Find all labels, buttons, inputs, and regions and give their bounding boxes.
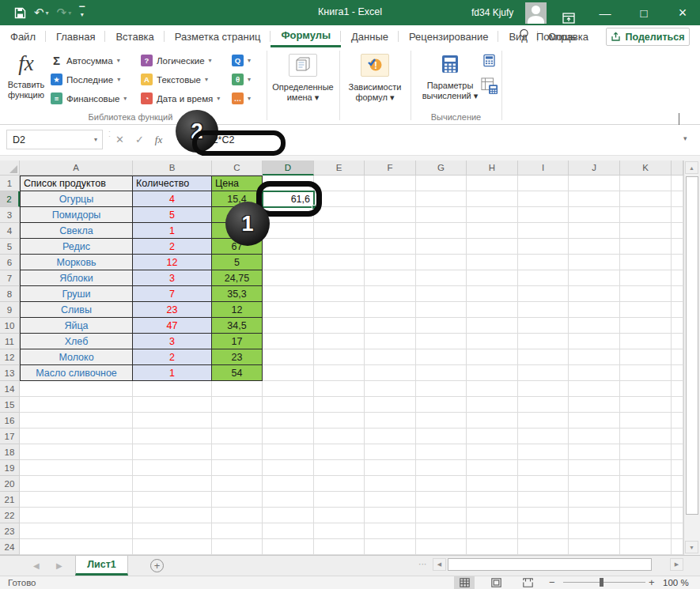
row-header-4[interactable]: 4 [0, 223, 20, 239]
row-header-17[interactable]: 17 [0, 429, 20, 444]
cell-B6[interactable]: 12 [133, 255, 212, 270]
cell-H19[interactable] [467, 460, 518, 476]
cell-I12[interactable] [518, 349, 569, 365]
cell-F18[interactable] [365, 444, 416, 460]
cell-D14[interactable] [263, 381, 314, 397]
cell-A11[interactable]: Хлеб [20, 334, 133, 349]
cell-A14[interactable] [20, 381, 133, 397]
cell-G6[interactable] [416, 255, 467, 270]
vertical-scrollbar[interactable]: ▲ ▼ [683, 160, 700, 555]
tab-Вставка[interactable]: Вставка [105, 25, 164, 47]
cell-B1[interactable]: Количество [133, 176, 212, 191]
cell-D24[interactable] [263, 539, 314, 555]
cell-J14[interactable] [569, 381, 620, 397]
cell-K8[interactable] [620, 286, 672, 302]
cell-J16[interactable] [569, 413, 620, 429]
cell-E5[interactable] [314, 239, 365, 255]
cell-B21[interactable] [133, 492, 212, 508]
cell-J18[interactable] [569, 444, 620, 460]
cell-A17[interactable] [20, 429, 133, 444]
cell-A16[interactable] [20, 413, 133, 429]
cell-J17[interactable] [569, 429, 620, 444]
cell-A7[interactable]: Яблоки [20, 270, 133, 286]
cell-D17[interactable] [263, 429, 314, 444]
row-header-12[interactable]: 12 [0, 349, 20, 365]
cell-A10[interactable]: Яйца [20, 318, 133, 334]
cell-G10[interactable] [416, 318, 467, 334]
cell-E19[interactable] [314, 460, 365, 476]
cell-H17[interactable] [467, 429, 518, 444]
formula-auditing-button[interactable]: ! Зависимости формул ▾ [342, 54, 408, 103]
cell-I10[interactable] [518, 318, 569, 334]
cell-J7[interactable] [569, 270, 620, 286]
cell-I23[interactable] [518, 523, 569, 539]
cell-F21[interactable] [365, 492, 416, 508]
cell-J5[interactable] [569, 239, 620, 255]
row-header-10[interactable]: 10 [0, 318, 20, 334]
cell-H5[interactable] [467, 239, 518, 255]
cell-A6[interactable]: Морковь [20, 255, 133, 270]
zoom-out-button[interactable]: − [549, 576, 555, 588]
cell-D23[interactable] [263, 523, 314, 539]
cell-C7[interactable]: 24,75 [212, 270, 263, 286]
cell-F17[interactable] [365, 429, 416, 444]
maximize-button[interactable]: □ [630, 0, 657, 25]
row-header-15[interactable]: 15 [0, 397, 20, 413]
cell-E11[interactable] [314, 334, 365, 349]
column-header-K[interactable]: K [620, 160, 672, 176]
cell-D7[interactable] [263, 270, 314, 286]
cell-C13[interactable]: 54 [212, 365, 263, 381]
cell-F14[interactable] [365, 381, 416, 397]
cell-G7[interactable] [416, 270, 467, 286]
row-header-7[interactable]: 7 [0, 270, 20, 286]
cell-J15[interactable] [569, 397, 620, 413]
cell-H10[interactable] [467, 318, 518, 334]
cell-I5[interactable] [518, 239, 569, 255]
cell-G4[interactable] [416, 223, 467, 239]
cell-K3[interactable] [620, 207, 672, 223]
cell-J8[interactable] [569, 286, 620, 302]
cell-A1[interactable]: Список продуктов [20, 176, 133, 191]
cell-I13[interactable] [518, 365, 569, 381]
cell-B19[interactable] [133, 460, 212, 476]
cell-F1[interactable] [365, 176, 416, 191]
column-header-C[interactable]: C [212, 160, 263, 176]
cell-G21[interactable] [416, 492, 467, 508]
cell-F24[interactable] [365, 539, 416, 555]
insert-function-button[interactable]: fx Вставить функцию [5, 51, 47, 100]
cell-K1[interactable] [620, 176, 672, 191]
cell-D15[interactable] [263, 397, 314, 413]
cell-G14[interactable] [416, 381, 467, 397]
cell-J20[interactable] [569, 476, 620, 492]
cell-J12[interactable] [569, 349, 620, 365]
cell-A2[interactable]: Огурцы [20, 191, 133, 207]
cell-H1[interactable] [467, 176, 518, 191]
cell-D6[interactable] [263, 255, 314, 270]
row-header-23[interactable]: 23 [0, 523, 20, 539]
cell-A20[interactable] [20, 476, 133, 492]
cell-H2[interactable] [467, 191, 518, 207]
cell-B18[interactable] [133, 444, 212, 460]
tab-Рецензирование[interactable]: Рецензирование [399, 25, 498, 47]
row-header-14[interactable]: 14 [0, 381, 20, 397]
cell-I11[interactable] [518, 334, 569, 349]
cell-D8[interactable] [263, 286, 314, 302]
cell-I21[interactable] [518, 492, 569, 508]
cell-D10[interactable] [263, 318, 314, 334]
cell-C18[interactable] [212, 444, 263, 460]
cell-G22[interactable] [416, 508, 467, 523]
cell-B3[interactable]: 5 [133, 207, 212, 223]
cell-G13[interactable] [416, 365, 467, 381]
cell-J11[interactable] [569, 334, 620, 349]
row-header-19[interactable]: 19 [0, 460, 20, 476]
cell-A8[interactable]: Груши [20, 286, 133, 302]
cell-C11[interactable]: 17 [212, 334, 263, 349]
cell-K2[interactable] [620, 191, 672, 207]
cell-I14[interactable] [518, 381, 569, 397]
help-label[interactable]: Помощь [536, 31, 576, 43]
cell-F16[interactable] [365, 413, 416, 429]
cell-H16[interactable] [467, 413, 518, 429]
cell-A23[interactable] [20, 523, 133, 539]
cell-C8[interactable]: 35,3 [212, 286, 263, 302]
cell-C1[interactable]: Цена [212, 176, 263, 191]
